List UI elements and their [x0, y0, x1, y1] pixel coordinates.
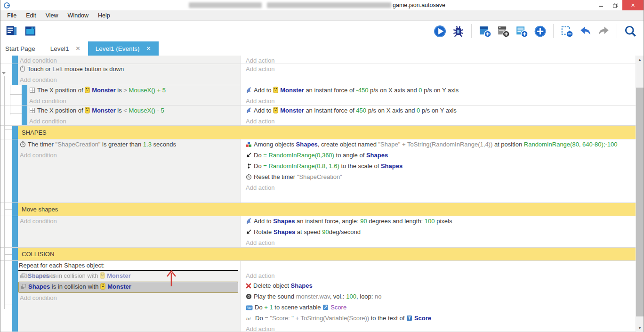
action-line[interactable]: VarDo + 1 to scene variable Score	[244, 302, 636, 313]
action-line[interactable]: Rotate Shapes at speed 90deg/second	[244, 227, 636, 238]
scroll-up-icon: ▲	[638, 58, 642, 61]
condition-line[interactable]: Touch or Left mouse button is down	[18, 64, 240, 75]
foreach-header[interactable]: Repeat for each Shapes object:	[18, 261, 240, 269]
event-drag-bar[interactable]	[12, 216, 18, 247]
action-line[interactable]: Delete object Shapes	[244, 281, 636, 292]
redo-button[interactable]	[596, 24, 611, 39]
event-drag-bar[interactable]	[22, 105, 27, 125]
action-line[interactable]: Do = RandomInRange(0,360) to angle of Sh…	[244, 150, 636, 161]
event-row[interactable]: Touch or Left mouse button is downAdd co…	[0, 64, 636, 85]
event-drag-bar[interactable]	[12, 56, 18, 64]
placeholder-text: Add action	[246, 325, 274, 332]
tab-close-icon[interactable]: ✕	[76, 45, 80, 52]
tab-level1-events[interactable]: Level1 (Events)✕	[88, 41, 159, 56]
placeholder-text: Add action	[246, 239, 274, 246]
group-banner[interactable]: SHAPES	[18, 126, 636, 139]
foreach-event-row[interactable]: Repeat for each Shapes object:Add condit…	[0, 261, 636, 332]
tab-level1[interactable]: Level1✕	[43, 41, 88, 56]
scene-editor-button[interactable]	[23, 24, 38, 39]
add-action-placeholder[interactable]: Add action	[244, 96, 636, 105]
text-segment: to angle of	[334, 152, 366, 159]
add-action-placeholder[interactable]: Add action	[244, 116, 636, 126]
scroll-down-button[interactable]: ▼	[636, 324, 644, 332]
text-segment: p/s on Y axis	[422, 87, 459, 94]
action-line[interactable]: Among objects Shapes, create object name…	[244, 139, 636, 150]
expander-triangle-icon[interactable]	[2, 72, 6, 74]
add-condition-placeholder[interactable]: Add condition	[27, 96, 240, 105]
action-line[interactable]: Do = RandomInRange(0.8, 1.6) to the scal…	[244, 161, 636, 172]
menu-file[interactable]: File	[2, 11, 21, 20]
add-condition-placeholder[interactable]: Add condition	[18, 293, 240, 303]
add-action-placeholder[interactable]: Add action	[244, 183, 636, 193]
action-line[interactable]: Add to Shapes an instant force, angle: 9…	[244, 216, 636, 227]
event-drag-bar[interactable]	[12, 139, 18, 202]
tab-close-icon[interactable]: ✕	[146, 45, 151, 52]
add-action-placeholder[interactable]: Add action	[244, 56, 636, 64]
menu-window[interactable]: Window	[63, 11, 93, 20]
event-group-row[interactable]: Move shapes	[0, 203, 636, 216]
add-condition-placeholder[interactable]: Add condition	[18, 150, 240, 160]
add-action-placeholder[interactable]: Add action	[244, 271, 636, 281]
event-group-row[interactable]: COLLISION	[0, 248, 636, 261]
selected-condition-line[interactable]: Shapes is in collision with Monster	[18, 282, 238, 293]
menu-view[interactable]: View	[41, 11, 63, 20]
action-line[interactable]: Add to Monster an instant force of -450 …	[244, 85, 636, 96]
dragged-condition-ghost[interactable]: Add conditionShapes is in collision with…	[18, 271, 240, 282]
tree-guide	[10, 113, 22, 113]
delete-selection-button[interactable]	[559, 24, 574, 39]
scroll-down-icon: ▼	[638, 326, 642, 330]
event-drag-bar[interactable]	[12, 203, 18, 216]
search-button[interactable]	[623, 24, 638, 39]
add-new-button[interactable]	[532, 24, 547, 39]
event-group-row[interactable]: SHAPES	[0, 126, 636, 139]
toolbar-separator	[617, 24, 617, 38]
event-row[interactable]: The X position of Monster is > MouseX() …	[0, 85, 636, 105]
menu-edit[interactable]: Edit	[21, 11, 41, 20]
event-drag-bar[interactable]	[12, 126, 18, 139]
add-subevent-button[interactable]	[496, 24, 511, 39]
action-line[interactable]: Play the sound monster.wav, vol.: 100, l…	[244, 292, 636, 302]
restore-button[interactable]	[608, 0, 622, 10]
scrollbar-thumb[interactable]	[636, 88, 644, 316]
vertical-scrollbar[interactable]: ▲ ▼	[636, 56, 644, 332]
undo-button[interactable]	[578, 24, 593, 39]
group-banner[interactable]: Move shapes	[18, 203, 636, 216]
add-action-placeholder[interactable]: Add action	[244, 324, 636, 332]
add-condition-placeholder[interactable]: Add condition	[27, 116, 240, 126]
group-banner[interactable]: COLLISION	[18, 248, 636, 260]
add-condition-placeholder[interactable]: Add condition	[18, 56, 240, 64]
event-drag-bar[interactable]	[12, 248, 18, 260]
scroll-up-button[interactable]: ▲	[636, 56, 644, 64]
add-event-button[interactable]	[477, 24, 492, 39]
minimize-button[interactable]	[594, 0, 608, 10]
close-button[interactable]: ✕	[622, 0, 644, 10]
play-icon	[434, 25, 446, 38]
event-drag-bar[interactable]	[12, 261, 18, 332]
event-drag-bar[interactable]	[22, 85, 27, 105]
action-line[interactable]: txtDo = "Score: " + ToString(Variable(Sc…	[244, 313, 636, 324]
add-condition-placeholder[interactable]: Add condition	[18, 216, 240, 226]
debug-button[interactable]	[451, 24, 466, 39]
placeholder-text: Add condition	[20, 76, 57, 83]
menu-help[interactable]: Help	[93, 11, 115, 20]
condition-line[interactable]: The X position of Monster is < MouseX() …	[27, 105, 240, 116]
event-row[interactable]: Add conditionAdd action	[0, 56, 636, 64]
event-row[interactable]: The timer "ShapeCreation" is greater tha…	[0, 139, 636, 203]
project-manager-button[interactable]	[4, 24, 19, 39]
event-drag-bar[interactable]	[12, 64, 18, 85]
condition-line[interactable]: The X position of Monster is > MouseX() …	[27, 85, 240, 96]
action-line[interactable]: Add to Monster an instant force of 450 p…	[244, 105, 636, 116]
event-row[interactable]: Add conditionAdd to Shapes an instant fo…	[0, 216, 636, 248]
play-button[interactable]	[432, 24, 447, 39]
action-line[interactable]: Reset the timer "ShapeCreation"	[244, 172, 636, 183]
condition-line[interactable]: The timer "ShapeCreation" is greater tha…	[18, 139, 240, 150]
tab-start-page[interactable]: Start Page	[5, 41, 43, 56]
text-segment: 100	[346, 293, 356, 300]
text-segment: The X position of	[37, 87, 85, 94]
event-row[interactable]: The X position of Monster is < MouseX() …	[0, 105, 636, 126]
add-comment-button[interactable]	[514, 24, 529, 39]
add-action-placeholder[interactable]: Add action	[244, 64, 636, 74]
scorevar-icon	[322, 304, 329, 313]
add-condition-placeholder[interactable]: Add condition	[18, 75, 240, 85]
add-action-placeholder[interactable]: Add action	[244, 238, 636, 248]
